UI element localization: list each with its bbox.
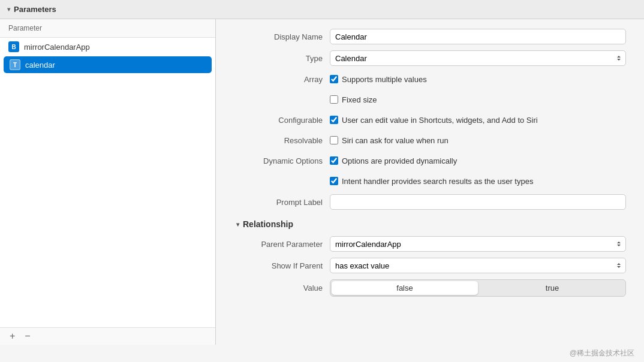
param-item-label: calendar <box>25 61 55 70</box>
type-control: Calendar <box>330 50 626 66</box>
intent-handler-text: Intent handler provides search results a… <box>342 177 533 186</box>
intent-handler-row: Intent handler provides search results a… <box>234 174 626 188</box>
left-panel: Parameter B mirrorCalendarApp T calendar… <box>0 19 216 345</box>
resolvable-checkbox-row: Siri can ask for value when run <box>330 136 626 145</box>
resolvable-label: Resolvable <box>234 136 330 145</box>
list-item[interactable]: B mirrorCalendarApp <box>0 38 215 56</box>
remove-parameter-button[interactable]: − <box>22 331 32 341</box>
section-title: Parameters <box>14 5 56 14</box>
param-icon-t: T <box>10 59 20 70</box>
param-icon-b: B <box>8 41 19 52</box>
value-false-segment[interactable]: false <box>332 281 478 295</box>
prompt-label-label: Prompt Label <box>234 198 330 207</box>
fixed-size-label: Fixed size <box>342 95 377 104</box>
parent-param-label: Parent Parameter <box>234 240 330 249</box>
prompt-label-control <box>330 194 626 210</box>
prompt-label-row: Prompt Label <box>234 194 626 210</box>
configurable-label: Configurable <box>234 116 330 125</box>
parent-param-row: Parent Parameter mirrorCalendarApp <box>234 236 626 252</box>
configurable-checkbox-row: User can edit value in Shortcuts, widget… <box>330 116 626 125</box>
resolvable-row: Resolvable Siri can ask for value when r… <box>234 133 626 147</box>
configurable-checkbox[interactable] <box>330 116 338 124</box>
supports-multiple-row: Supports multiple values <box>330 75 626 84</box>
add-parameter-button[interactable]: + <box>7 331 17 341</box>
prompt-label-input[interactable] <box>330 194 626 210</box>
configurable-text: User can edit value in Shortcuts, widget… <box>342 116 538 125</box>
value-label: Value <box>234 283 330 292</box>
supports-multiple-checkbox[interactable] <box>330 75 338 83</box>
relationship-chevron-icon: ▾ <box>236 221 239 228</box>
show-if-parent-select[interactable]: has exact value <box>330 258 626 273</box>
array-row: Array Supports multiple values <box>234 72 626 86</box>
main-container: ▾ Parameters Parameter B mirrorCalendarA… <box>0 0 644 362</box>
fixed-size-checkbox[interactable] <box>330 95 338 104</box>
show-if-parent-control: has exact value <box>330 258 626 273</box>
dynamic-options-checkbox[interactable] <box>330 156 338 165</box>
type-select[interactable]: Calendar <box>330 50 626 66</box>
type-label: Type <box>234 54 330 63</box>
resolvable-text: Siri can ask for value when run <box>342 136 449 145</box>
parameters-section-header: ▾ Parameters <box>0 0 644 19</box>
fixed-size-control: Fixed size <box>330 95 626 104</box>
value-control: false true <box>330 279 626 297</box>
resolvable-control: Siri can ask for value when run <box>330 136 626 145</box>
resolvable-checkbox[interactable] <box>330 136 338 144</box>
content-area: Parameter B mirrorCalendarApp T calendar… <box>0 19 644 345</box>
configurable-control: User can edit value in Shortcuts, widget… <box>330 116 626 125</box>
display-name-control <box>330 29 626 44</box>
show-if-parent-row: Show If Parent has exact value <box>234 258 626 273</box>
array-control: Supports multiple values <box>330 75 626 84</box>
param-header: Parameter <box>0 19 215 38</box>
display-name-label: Display Name <box>234 32 330 41</box>
array-label: Array <box>234 75 330 84</box>
type-row: Type Calendar <box>234 50 626 66</box>
intent-handler-checkbox-row: Intent handler provides search results a… <box>330 177 626 186</box>
supports-multiple-label: Supports multiple values <box>342 75 427 84</box>
parent-param-control: mirrorCalendarApp <box>330 236 626 252</box>
dynamic-options-control: Options are provided dynamically <box>330 156 626 165</box>
value-segmented-control: false true <box>330 279 626 297</box>
param-item-label: mirrorCalendarApp <box>24 43 90 52</box>
intent-handler-control: Intent handler provides search results a… <box>330 177 626 186</box>
panel-footer: + − <box>0 327 215 345</box>
watermark: @稀土掘金技术社区 <box>0 345 644 362</box>
relationship-header: ▾ Relationship <box>234 219 626 229</box>
relationship-title: Relationship <box>243 219 293 229</box>
section-chevron-icon: ▾ <box>7 6 10 13</box>
value-true-segment[interactable]: true <box>479 280 625 296</box>
parent-param-select[interactable]: mirrorCalendarApp <box>330 236 626 252</box>
fixed-size-checkbox-row: Fixed size <box>330 95 626 104</box>
dynamic-options-checkbox-row: Options are provided dynamically <box>330 156 626 165</box>
list-item[interactable]: T calendar <box>4 56 212 73</box>
intent-handler-checkbox[interactable] <box>330 177 338 185</box>
dynamic-options-label: Dynamic Options <box>234 156 330 165</box>
dynamic-options-row: Dynamic Options Options are provided dyn… <box>234 153 626 168</box>
display-name-row: Display Name <box>234 29 626 44</box>
fixed-size-row: Fixed size <box>234 92 626 107</box>
right-panel: Display Name Type Calendar <box>216 19 644 345</box>
param-list: B mirrorCalendarApp T calendar <box>0 38 215 327</box>
show-if-parent-label: Show If Parent <box>234 261 330 270</box>
dynamic-options-text: Options are provided dynamically <box>342 156 457 165</box>
value-row: Value false true <box>234 279 626 297</box>
display-name-input[interactable] <box>330 29 626 44</box>
configurable-row: Configurable User can edit value in Shor… <box>234 113 626 127</box>
